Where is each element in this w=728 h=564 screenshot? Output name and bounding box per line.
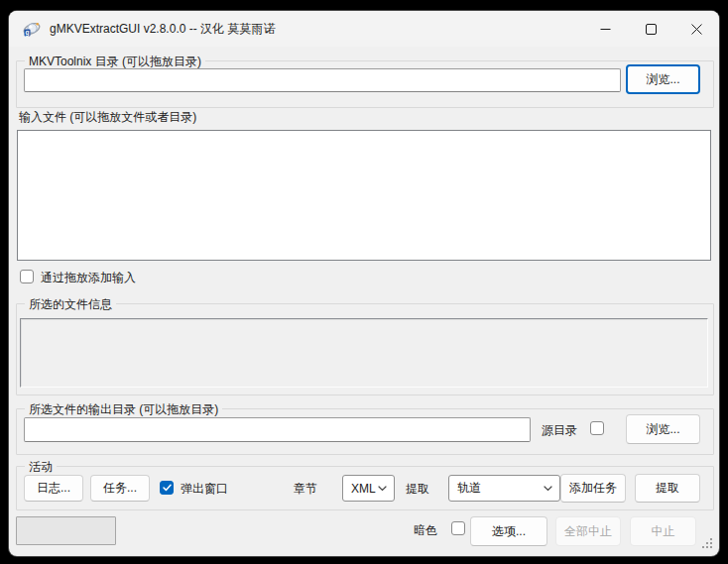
chapter-label: 章节 (294, 482, 317, 496)
resize-grip[interactable] (700, 536, 712, 548)
abort-button[interactable]: 中止 (630, 516, 696, 546)
extract-mode-combo[interactable]: 轨道 (448, 475, 560, 502)
abort-all-button[interactable]: 全部中止 (555, 516, 621, 546)
chapter-format-combo[interactable]: XML (342, 475, 395, 502)
caption-buttons (582, 11, 719, 47)
chevron-down-icon (378, 486, 387, 492)
log-button[interactable]: 日志... (24, 475, 83, 502)
progress-bar (16, 516, 116, 545)
desktop: { "window": { "title": "gMKVExtractGUI v… (0, 0, 728, 564)
output-browse-button[interactable]: 浏览... (626, 414, 700, 444)
close-button[interactable] (673, 11, 719, 47)
dark-mode-checkbox[interactable] (451, 521, 465, 535)
minimize-button[interactable] (582, 11, 628, 47)
minimize-icon (600, 24, 611, 35)
mkvtoolnix-browse-button[interactable]: 浏览... (626, 64, 700, 94)
source-dir-label: 源目录 (542, 423, 577, 437)
add-by-drag-checkbox[interactable] (20, 270, 34, 283)
output-dir-group-label: 所选文件的输出目录 (可以拖放目录) (25, 401, 222, 418)
options-button[interactable]: 选项... (470, 516, 547, 546)
add-job-button[interactable]: 添加任务 (560, 474, 626, 503)
file-info-textarea[interactable] (20, 318, 708, 388)
window-title: gMKVExtractGUI v2.8.0.0 -- 汉化 莫莫雨诺 (50, 21, 275, 38)
popup-window-label: 弹出窗口 (181, 482, 228, 496)
app-icon: g (23, 20, 41, 38)
dark-mode-label: 暗色 (414, 523, 437, 537)
extract-mode-value: 轨道 (457, 480, 481, 497)
source-dir-checkbox[interactable] (590, 421, 604, 435)
popup-window-checkbox[interactable] (160, 481, 174, 495)
close-icon (691, 24, 702, 35)
jobs-button[interactable]: 任务... (90, 475, 150, 502)
chevron-down-icon (544, 486, 552, 492)
svg-text:g: g (26, 29, 30, 37)
chapter-format-value: XML (351, 482, 376, 496)
maximize-icon (646, 24, 657, 35)
file-info-group-label: 所选的文件信息 (25, 296, 116, 313)
app-window: g gMKVExtractGUI v2.8.0.0 -- 汉化 莫莫雨诺 MKV… (9, 11, 719, 556)
check-icon (163, 484, 172, 492)
titlebar[interactable]: g gMKVExtractGUI v2.8.0.0 -- 汉化 莫莫雨诺 (9, 11, 719, 47)
extract-mode-label: 提取 (406, 482, 429, 496)
actions-group-label: 活动 (25, 459, 57, 476)
input-files-label: 输入文件 (可以拖放文件或者目录) (19, 110, 196, 124)
maximize-button[interactable] (628, 11, 673, 47)
add-by-drag-label: 通过拖放添加输入 (41, 271, 136, 284)
input-files-listbox[interactable] (17, 130, 711, 261)
output-dir-input[interactable] (24, 417, 531, 442)
extract-button[interactable]: 提取 (635, 474, 700, 503)
mkvtoolnix-dir-input[interactable] (24, 68, 621, 92)
